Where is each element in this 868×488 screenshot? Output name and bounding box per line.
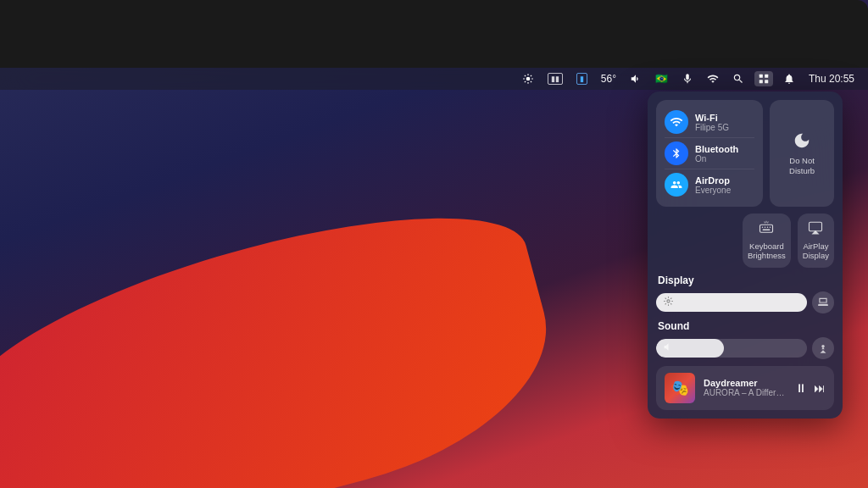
svg-line-31	[670, 297, 671, 298]
menubar-control-center[interactable]	[754, 71, 773, 86]
airdrop-label: AirDrop	[695, 175, 731, 186]
airdrop-text: AirDrop Everyone	[695, 175, 731, 195]
wifi-tile-icon	[665, 110, 688, 134]
now-playing-text: Daydreamer AURORA – A Different Kind of.…	[704, 378, 787, 397]
second-tiles-row: KeyboardBrightness AirPlayDisplay	[656, 214, 834, 268]
wave-red	[0, 179, 574, 488]
svg-point-32	[821, 345, 825, 348]
monitor-icon	[817, 297, 829, 308]
svg-line-28	[665, 297, 666, 298]
bottom-small-tiles: KeyboardBrightness AirPlayDisplay	[743, 214, 834, 268]
svg-rect-11	[760, 80, 763, 83]
menubar-battery-large[interactable]: ▮▮	[544, 71, 566, 86]
wifi-icon	[707, 73, 719, 85]
sound-output-button[interactable]	[812, 337, 834, 359]
now-playing-section[interactable]: 🎭 Daydreamer AURORA – A Different Kind o…	[656, 366, 834, 410]
display-settings-button[interactable]	[812, 291, 834, 313]
battery-bar: ▮▮	[548, 73, 563, 85]
now-playing-title: Daydreamer	[704, 378, 787, 388]
wifi-small-icon	[670, 115, 683, 129]
menubar-wifi[interactable]	[704, 71, 722, 86]
airplay-display-label: AirPlayDisplay	[803, 241, 829, 261]
svg-line-29	[670, 303, 671, 304]
airdrop-icon	[670, 179, 682, 191]
dnd-icon	[793, 131, 811, 153]
menubar-search[interactable]	[729, 71, 748, 86]
display-slider-track[interactable]	[656, 293, 807, 312]
top-tiles-row: Wi-Fi Filipe 5G Bluetooth On	[656, 100, 834, 207]
bluetooth-label: Bluetooth	[695, 144, 738, 154]
wifi-sublabel: Filipe 5G	[695, 123, 729, 132]
control-center-icon	[758, 73, 770, 85]
dnd-label: Do NotDisturb	[789, 156, 815, 175]
sound-section: Sound	[656, 320, 834, 359]
keyboard-icon	[759, 220, 774, 236]
speaker-icon	[630, 73, 642, 85]
wifi-text: Wi-Fi Filipe 5G	[695, 113, 729, 132]
wifi-label: Wi-Fi	[695, 113, 729, 123]
svg-point-23	[667, 300, 670, 302]
bluetooth-row[interactable]: Bluetooth On	[665, 137, 754, 169]
moon-icon	[793, 131, 811, 150]
wifi-row[interactable]: Wi-Fi Filipe 5G	[665, 107, 754, 137]
airplay-display-tile[interactable]: AirPlayDisplay	[798, 214, 834, 268]
sun-icon	[522, 73, 534, 85]
spacer	[656, 214, 736, 268]
sound-slider-row	[656, 337, 834, 359]
keyboard-brightness-icon	[759, 220, 774, 239]
now-playing-artist: AURORA – A Different Kind of...	[704, 388, 787, 397]
menubar-datetime[interactable]: Thu 20:55	[805, 71, 858, 86]
album-emoji: 🎭	[670, 379, 689, 397]
svg-rect-9	[760, 75, 763, 78]
right-tiles: Do NotDisturb	[770, 100, 834, 207]
bluetooth-tile-icon	[665, 141, 688, 165]
airdrop-row[interactable]: AirDrop Everyone	[665, 169, 754, 200]
control-center-panel: Wi-Fi Filipe 5G Bluetooth On	[648, 92, 843, 419]
airplay-audio-icon	[817, 342, 829, 354]
display-label: Display	[656, 274, 834, 286]
airplay-icon	[808, 220, 823, 236]
skip-button[interactable]: ⏭	[814, 381, 826, 395]
menubar-volume[interactable]	[626, 71, 645, 86]
notification-icon	[783, 73, 795, 85]
display-sun-icon	[663, 295, 674, 310]
bluetooth-sublabel: On	[695, 154, 738, 164]
svg-line-21	[765, 222, 765, 224]
svg-line-20	[768, 222, 769, 224]
now-playing-controls: ⏸ ⏭	[795, 381, 826, 395]
menubar-battery-small[interactable]: ▮	[573, 71, 591, 86]
sound-slider-track[interactable]	[656, 339, 807, 358]
svg-rect-22	[810, 222, 822, 231]
svg-rect-13	[760, 225, 773, 232]
menubar-mic[interactable]	[678, 71, 697, 86]
airdrop-tile-icon	[665, 173, 688, 197]
top-bezel	[0, 0, 868, 68]
keyboard-brightness-tile[interactable]: KeyboardBrightness	[743, 214, 791, 268]
airplay-display-icon	[808, 220, 823, 239]
mic-icon	[682, 73, 693, 85]
battery-small-bar: ▮	[576, 73, 587, 85]
menubar-brightness[interactable]	[519, 71, 537, 86]
flag-emoji: 🇧🇷	[655, 73, 668, 85]
sound-label: Sound	[656, 320, 834, 332]
menubar-temp[interactable]: 56°	[598, 71, 620, 86]
svg-rect-12	[765, 80, 768, 83]
search-icon	[732, 73, 744, 85]
menubar: ▮▮ ▮ 56° 🇧🇷 Thu 20:55	[0, 68, 868, 90]
datetime-label: Thu 20:55	[809, 73, 854, 85]
svg-point-0	[526, 77, 530, 81]
svg-line-7	[525, 81, 526, 82]
temp-value: 56°	[601, 73, 616, 85]
album-art: 🎭	[665, 373, 695, 403]
do-not-disturb-tile[interactable]: Do NotDisturb	[770, 100, 834, 207]
display-slider-row	[656, 291, 834, 313]
menubar-flag[interactable]: 🇧🇷	[652, 71, 671, 86]
bluetooth-icon	[670, 147, 682, 159]
pause-button[interactable]: ⏸	[795, 381, 807, 395]
network-tile[interactable]: Wi-Fi Filipe 5G Bluetooth On	[656, 100, 763, 207]
menubar-notification[interactable]	[780, 71, 798, 86]
keyboard-brightness-label: KeyboardBrightness	[748, 241, 786, 261]
svg-line-8	[531, 75, 531, 76]
svg-line-6	[531, 81, 531, 82]
airdrop-sublabel: Everyone	[695, 186, 731, 195]
